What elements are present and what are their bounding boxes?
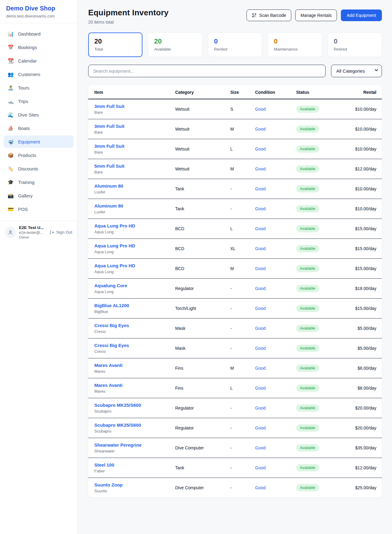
rental-cell: $10.00/day (337, 119, 382, 139)
item-name-link[interactable]: Aqualung Core (94, 283, 127, 288)
condition-link[interactable]: Good (255, 326, 266, 331)
sidebar-item-products[interactable]: 📦 Products (4, 149, 74, 161)
item-name-link[interactable]: Aluminum 80 (94, 183, 123, 189)
sidebar-item-tours[interactable]: 🏝️ Tours (4, 82, 74, 94)
stat-card-rented[interactable]: 0 Rented (208, 32, 262, 57)
manage-rentals-button[interactable]: Manage Rentals (295, 10, 337, 21)
rental-cell: $8.00/day (337, 378, 382, 398)
item-name-link[interactable]: Scubapro MK25/S600 (94, 422, 141, 428)
sidebar-item-calendar[interactable]: 📆 Calendar (4, 55, 74, 67)
rental-cell: $15.00/day (337, 219, 382, 239)
sidebar-item-discounts[interactable]: 🏷️ Discounts (4, 162, 74, 175)
equipment-table-card: Item Category Size Condition Status Rent… (88, 85, 382, 498)
item-name-link[interactable]: Cressi Big Eyes (94, 323, 129, 328)
item-name-link[interactable]: 3mm Full Suit (94, 143, 124, 149)
item-name-link[interactable]: 3mm Full Suit (94, 124, 124, 129)
item-name-link[interactable]: Shearwater Peregrine (94, 442, 141, 448)
condition-link[interactable]: Good (255, 246, 266, 251)
nav-item-label: Dive Sites (18, 112, 39, 117)
item-name-link[interactable]: Steel 100 (94, 462, 114, 467)
dive-mask-icon: 🤿 (7, 139, 14, 145)
condition-link[interactable]: Good (255, 186, 266, 191)
items-total-count: 20 items total (88, 20, 168, 25)
sidebar-item-boats[interactable]: ⛵ Boats (4, 122, 74, 134)
sidebar-item-trips[interactable]: 🛥️ Trips (4, 95, 74, 107)
sidebar-item-dive-sites[interactable]: 🌊 Dive Sites (4, 109, 74, 121)
item-name-link[interactable]: 3mm Full Suit (94, 104, 124, 109)
sidebar-item-customers[interactable]: 👥 Customers (4, 68, 74, 80)
nav-item-label: Boats (18, 126, 30, 131)
barcode-scan-icon (252, 13, 257, 18)
item-name-link[interactable]: Aqua Lung Pro HD (94, 223, 135, 228)
item-name-link[interactable]: Scubapro MK25/S600 (94, 402, 141, 408)
add-equipment-button[interactable]: Add Equipment (341, 10, 382, 21)
stat-card-retired[interactable]: 0 Retired (328, 32, 382, 57)
camera-icon: 📸 (7, 193, 14, 199)
item-name-link[interactable]: Cressi Big Eyes (94, 343, 129, 348)
sidebar-item-gallery[interactable]: 📸 Gallery (4, 189, 74, 202)
stat-card-total[interactable]: 20 Total (88, 32, 142, 57)
sidebar-item-bookings[interactable]: 📅 Bookings (4, 41, 74, 53)
condition-link[interactable]: Good (255, 226, 266, 231)
category-cell: Tank (173, 458, 228, 478)
condition-link[interactable]: Good (255, 266, 266, 271)
category-cell: Mask (173, 338, 228, 358)
stat-card-available[interactable]: 20 Available (148, 32, 202, 57)
stat-card-maintenance[interactable]: 0 Maintenance (268, 32, 322, 57)
column-header-status: Status (294, 85, 337, 99)
item-name-link[interactable]: Aqua Lung Pro HD (94, 263, 135, 268)
category-cell: Dive Computer (173, 478, 228, 498)
item-name-link[interactable]: Mares Avanti (94, 363, 123, 368)
condition-link[interactable]: Good (255, 386, 266, 391)
condition-link[interactable]: Good (255, 127, 266, 132)
size-cell: - (228, 199, 253, 219)
condition-link[interactable]: Good (255, 107, 266, 112)
condition-link[interactable]: Good (255, 206, 266, 211)
search-input[interactable] (88, 65, 326, 77)
condition-link[interactable]: Good (255, 445, 266, 450)
page-title-block: Equipment Inventory 20 items total (88, 8, 168, 25)
item-name-link[interactable]: Aluminum 80 (94, 203, 123, 208)
condition-link[interactable]: Good (255, 485, 266, 490)
category-cell: Regulator (173, 398, 228, 418)
condition-link[interactable]: Good (255, 366, 266, 371)
condition-link[interactable]: Good (255, 465, 266, 470)
category-cell: Fins (173, 378, 228, 398)
table-row: Shearwater Peregrine Shearwater Dive Com… (88, 438, 382, 458)
status-badge: Available (296, 305, 319, 312)
item-brand: BigBlue (94, 309, 170, 314)
column-header-category: Category (173, 85, 228, 99)
sidebar-item-dashboard[interactable]: 📊 Dashboard (4, 28, 74, 40)
condition-link[interactable]: Good (255, 147, 266, 151)
item-brand: Suunto (94, 489, 170, 493)
main-content: Equipment Inventory 20 items total Scan … (77, 0, 392, 534)
rental-cell: $15.00/day (337, 239, 382, 259)
logo-block: Demo Dive Shop demo.test.divestreams.com (0, 0, 77, 23)
condition-link[interactable]: Good (255, 166, 266, 171)
condition-link[interactable]: Good (255, 406, 266, 410)
scan-barcode-button[interactable]: Scan Barcode (247, 10, 291, 21)
status-badge: Available (296, 325, 319, 332)
sign-out-label: Sign Out (56, 230, 72, 235)
item-brand: Bare (94, 170, 170, 174)
sidebar-item-training[interactable]: 🎓 Training (4, 176, 74, 188)
size-cell: - (228, 179, 253, 199)
condition-link[interactable]: Good (255, 286, 266, 291)
sidebar-item-equipment[interactable]: 🤿 Equipment (4, 135, 74, 148)
avatar (5, 227, 16, 238)
item-name-link[interactable]: Aqua Lung Pro HD (94, 243, 135, 248)
category-cell: Mask (173, 318, 228, 338)
category-select[interactable]: All Categories (331, 65, 382, 77)
item-name-link[interactable]: Mares Avanti (94, 383, 123, 388)
sidebar-item-pos[interactable]: 💳 POS (4, 203, 74, 215)
category-cell: Regulator (173, 279, 228, 299)
item-name-link[interactable]: Suunto Zoop (94, 482, 123, 487)
item-brand: Mares (94, 389, 170, 394)
condition-link[interactable]: Good (255, 306, 266, 311)
item-name-link[interactable]: 5mm Full Suit (94, 163, 124, 169)
sign-out-button[interactable]: Sign Out (49, 230, 72, 235)
condition-link[interactable]: Good (255, 425, 266, 430)
item-name-link[interactable]: BigBlue AL1200 (94, 303, 129, 308)
nav-item-label: Gallery (18, 193, 33, 198)
condition-link[interactable]: Good (255, 346, 266, 351)
